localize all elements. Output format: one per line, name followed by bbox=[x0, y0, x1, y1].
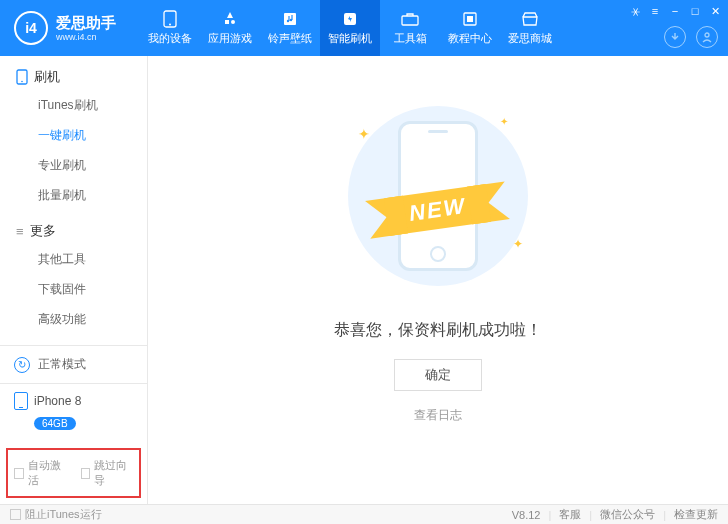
cart-icon[interactable]: ⚹ bbox=[628, 4, 642, 18]
svg-point-3 bbox=[287, 20, 289, 22]
view-log-link[interactable]: 查看日志 bbox=[414, 407, 462, 424]
book-icon bbox=[461, 10, 479, 28]
svg-point-9 bbox=[705, 33, 709, 37]
music-icon bbox=[281, 10, 299, 28]
title-bar: i4 爱思助手 www.i4.cn 我的设备 应用游戏 铃声壁纸 智能刷机 工具… bbox=[0, 0, 728, 56]
support-link[interactable]: 客服 bbox=[559, 507, 581, 522]
nav-ringtones[interactable]: 铃声壁纸 bbox=[260, 0, 320, 56]
sidebar-item-oneclick-flash[interactable]: 一键刷机 bbox=[38, 120, 147, 150]
sidebar-item-batch-flash[interactable]: 批量刷机 bbox=[38, 180, 147, 210]
auto-activate-checkbox[interactable]: 自动激活 bbox=[14, 458, 67, 488]
ok-button[interactable]: 确定 bbox=[394, 359, 482, 391]
storage-badge: 64GB bbox=[34, 417, 76, 430]
app-title: 爱思助手 bbox=[56, 14, 116, 32]
nav-tutorials[interactable]: 教程中心 bbox=[440, 0, 500, 56]
sidebar-section-more: ≡ 更多 bbox=[0, 210, 147, 244]
maximize-button[interactable]: □ bbox=[688, 4, 702, 18]
nav-toolbox[interactable]: 工具箱 bbox=[380, 0, 440, 56]
block-itunes-checkbox[interactable]: 阻止iTunes运行 bbox=[10, 507, 102, 522]
close-button[interactable]: ✕ bbox=[708, 4, 722, 18]
device-info[interactable]: iPhone 8 64GB bbox=[0, 383, 147, 442]
sidebar-item-pro-flash[interactable]: 专业刷机 bbox=[38, 150, 147, 180]
shop-icon bbox=[521, 10, 539, 28]
status-bar: 阻止iTunes运行 V8.12 | 客服 | 微信公众号 | 检查更新 bbox=[0, 504, 728, 524]
nav-flash[interactable]: 智能刷机 bbox=[320, 0, 380, 56]
nav-shop[interactable]: 爱思商城 bbox=[500, 0, 560, 56]
svg-point-11 bbox=[21, 81, 23, 83]
sidebar: 刷机 iTunes刷机 一键刷机 专业刷机 批量刷机 ≡ 更多 其他工具 下载固… bbox=[0, 56, 148, 504]
nav-my-device[interactable]: 我的设备 bbox=[140, 0, 200, 56]
sidebar-item-download-firmware[interactable]: 下载固件 bbox=[38, 274, 147, 304]
window-controls: ⚹ ≡ − □ ✕ bbox=[628, 4, 722, 18]
phone-icon bbox=[161, 10, 179, 28]
toolbox-icon bbox=[401, 10, 419, 28]
check-update-link[interactable]: 检查更新 bbox=[674, 507, 718, 522]
skip-guide-checkbox[interactable]: 跳过向导 bbox=[81, 458, 134, 488]
sidebar-section-flash: 刷机 bbox=[0, 56, 147, 90]
main-content: ✦ ✦ ✦ NEW 恭喜您，保资料刷机成功啦！ 确定 查看日志 bbox=[148, 56, 728, 504]
version-label: V8.12 bbox=[512, 509, 541, 521]
success-message: 恭喜您，保资料刷机成功啦！ bbox=[334, 320, 542, 341]
sidebar-item-advanced[interactable]: 高级功能 bbox=[38, 304, 147, 334]
sidebar-item-itunes-flash[interactable]: iTunes刷机 bbox=[38, 90, 147, 120]
svg-rect-8 bbox=[467, 16, 473, 22]
app-subtitle: www.i4.cn bbox=[56, 32, 116, 43]
apps-icon bbox=[221, 10, 239, 28]
logo-icon: i4 bbox=[14, 11, 48, 45]
top-nav: 我的设备 应用游戏 铃声壁纸 智能刷机 工具箱 教程中心 爱思商城 bbox=[140, 0, 560, 56]
svg-rect-6 bbox=[402, 16, 418, 25]
star-icon: ✦ bbox=[513, 237, 523, 251]
star-icon: ✦ bbox=[500, 116, 508, 127]
svg-point-4 bbox=[290, 19, 292, 21]
sidebar-item-other-tools[interactable]: 其他工具 bbox=[38, 244, 147, 274]
svg-rect-2 bbox=[284, 13, 296, 25]
menu-icon[interactable]: ≡ bbox=[648, 4, 662, 18]
minimize-button[interactable]: − bbox=[668, 4, 682, 18]
device-icon bbox=[14, 392, 28, 410]
refresh-icon: ↻ bbox=[14, 357, 30, 373]
post-flash-options: 自动激活 跳过向导 bbox=[6, 448, 141, 498]
flash-icon bbox=[341, 10, 359, 28]
svg-point-1 bbox=[169, 24, 171, 26]
user-button[interactable] bbox=[696, 26, 718, 48]
phone-icon bbox=[16, 69, 28, 85]
success-illustration: ✦ ✦ ✦ NEW bbox=[328, 96, 548, 296]
app-logo: i4 爱思助手 www.i4.cn bbox=[0, 11, 130, 45]
wechat-link[interactable]: 微信公众号 bbox=[600, 507, 655, 522]
device-mode[interactable]: ↻ 正常模式 bbox=[0, 346, 147, 383]
download-button[interactable] bbox=[664, 26, 686, 48]
nav-apps[interactable]: 应用游戏 bbox=[200, 0, 260, 56]
star-icon: ✦ bbox=[358, 126, 370, 142]
